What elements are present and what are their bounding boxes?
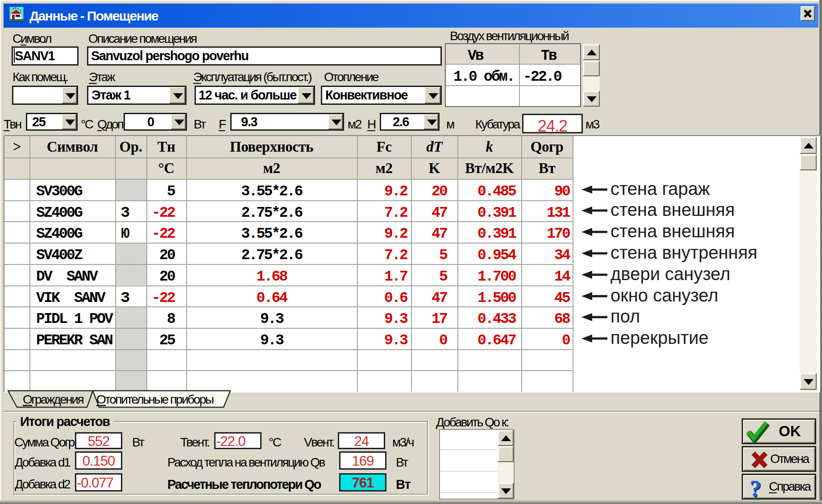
svg-text:Ограждения: Ограждения xyxy=(23,392,83,406)
svg-text:Отопительные приборы: Отопительные приборы xyxy=(96,392,214,406)
